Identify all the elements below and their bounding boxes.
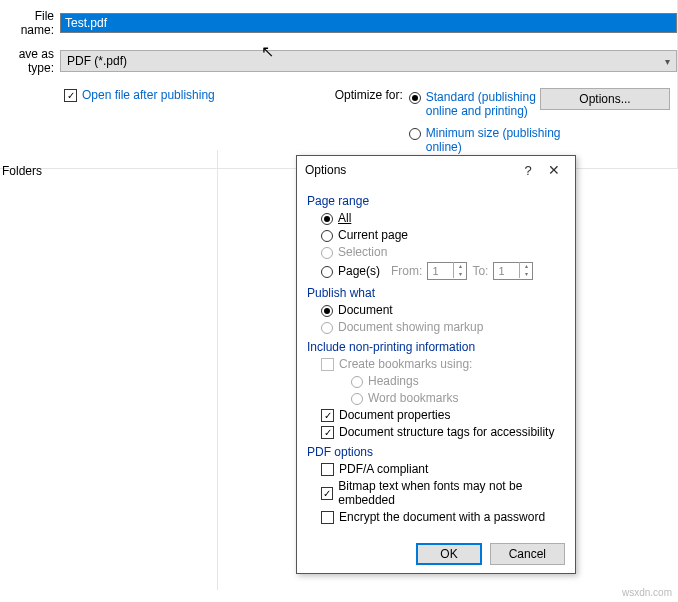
page-range-title: Page range [307, 194, 565, 208]
page-range-all-label: All [338, 211, 351, 225]
save-dialog-top: File name: ave as type: PDF (*.pdf) Open… [0, 0, 678, 169]
optimize-minimum-label: Minimum size (publishing online) [426, 126, 566, 154]
ok-button[interactable]: OK [416, 543, 481, 565]
radio-icon [321, 213, 333, 225]
radio-icon [351, 376, 363, 388]
options-button[interactable]: Options... [540, 88, 670, 110]
page-range-pages-radio[interactable]: Page(s) From: 1 To: 1 [321, 262, 565, 280]
checkbox-icon [321, 426, 334, 439]
encrypt-label: Encrypt the document with a password [339, 510, 545, 524]
cancel-button[interactable]: Cancel [490, 543, 565, 565]
file-name-label: File name: [0, 9, 60, 37]
page-range-current-radio[interactable]: Current page [321, 228, 565, 242]
checkbox-icon [321, 487, 333, 500]
save-as-type-label: ave as type: [0, 47, 60, 75]
publish-markup-label: Document showing markup [338, 320, 483, 334]
bookmarks-headings-radio: Headings [351, 374, 565, 388]
page-range-current-label: Current page [338, 228, 408, 242]
publish-markup-radio: Document showing markup [321, 320, 565, 334]
doc-structure-checkbox[interactable]: Document structure tags for accessibilit… [321, 425, 565, 439]
doc-properties-label: Document properties [339, 408, 450, 422]
create-bookmarks-label: Create bookmarks using: [339, 357, 472, 371]
to-spinner[interactable]: 1 [493, 262, 533, 280]
bitmap-text-checkbox[interactable]: Bitmap text when fonts may not be embedd… [321, 479, 565, 507]
radio-icon [321, 247, 333, 259]
watermark: wsxdn.com [622, 587, 672, 598]
bookmarks-headings-label: Headings [368, 374, 419, 388]
radio-icon [321, 230, 333, 242]
save-as-type-combo[interactable]: PDF (*.pdf) [60, 50, 677, 72]
from-label: From: [391, 264, 422, 278]
divider [217, 150, 218, 590]
radio-icon [321, 322, 333, 334]
publish-what-title: Publish what [307, 286, 565, 300]
close-button[interactable]: ✕ [541, 162, 567, 178]
encrypt-checkbox[interactable]: Encrypt the document with a password [321, 510, 565, 524]
optimize-minimum-radio[interactable]: Minimum size (publishing online) [409, 126, 566, 154]
open-after-publishing-checkbox[interactable]: Open file after publishing [64, 88, 215, 102]
folders-label: Folders [0, 164, 42, 178]
save-as-type-value: PDF (*.pdf) [67, 54, 127, 68]
options-dialog: Options ? ✕ Page range All Current page … [296, 155, 576, 574]
help-button[interactable]: ? [515, 163, 541, 178]
file-name-input[interactable] [60, 13, 677, 33]
open-after-publishing-label: Open file after publishing [82, 88, 215, 102]
radio-icon [409, 92, 421, 104]
checkbox-icon [321, 409, 334, 422]
doc-structure-label: Document structure tags for accessibilit… [339, 425, 554, 439]
pdf-options-title: PDF options [307, 445, 565, 459]
bookmarks-word-label: Word bookmarks [368, 391, 458, 405]
create-bookmarks-checkbox: Create bookmarks using: [321, 357, 565, 371]
optimize-for-label: Optimize for: [335, 88, 403, 156]
from-spinner[interactable]: 1 [427, 262, 467, 280]
checkbox-icon [321, 358, 334, 371]
non-printing-title: Include non-printing information [307, 340, 565, 354]
doc-properties-checkbox[interactable]: Document properties [321, 408, 565, 422]
pdfa-label: PDF/A compliant [339, 462, 428, 476]
to-label: To: [472, 264, 488, 278]
publish-document-label: Document [338, 303, 393, 317]
radio-icon [321, 266, 333, 278]
radio-icon [351, 393, 363, 405]
pdfa-checkbox[interactable]: PDF/A compliant [321, 462, 565, 476]
dialog-title: Options [305, 163, 515, 177]
page-range-pages-label: Page(s) [338, 264, 380, 278]
page-range-selection-label: Selection [338, 245, 387, 259]
bitmap-text-label: Bitmap text when fonts may not be embedd… [338, 479, 565, 507]
page-range-selection-radio: Selection [321, 245, 565, 259]
page-range-all-radio[interactable]: All [321, 211, 565, 225]
checkbox-icon [321, 463, 334, 476]
publish-document-radio[interactable]: Document [321, 303, 565, 317]
radio-icon [409, 128, 421, 140]
checkbox-icon [321, 511, 334, 524]
checkbox-icon [64, 89, 77, 102]
bookmarks-word-radio: Word bookmarks [351, 391, 565, 405]
radio-icon [321, 305, 333, 317]
